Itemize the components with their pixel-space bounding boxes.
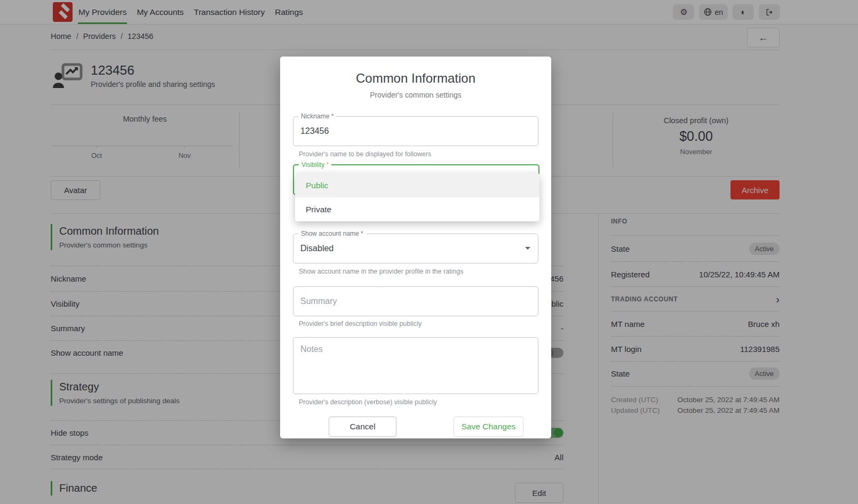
- menu-item-private[interactable]: Private: [295, 197, 539, 221]
- field-helper-text: Provider's brief description visible pub…: [299, 320, 422, 327]
- field-label: Visibility *: [299, 161, 331, 169]
- cancel-button[interactable]: Cancel: [329, 417, 396, 437]
- select-value: Disabled: [293, 234, 538, 263]
- field-helper-text: Show account name in the provider profil…: [299, 268, 464, 275]
- chevron-down-icon: [525, 247, 530, 250]
- menu-item-public[interactable]: Public: [295, 173, 539, 197]
- visibility-dropdown-menu: Public Private: [295, 173, 539, 221]
- dialog-title: Common Information: [280, 71, 551, 86]
- summary-input[interactable]: [293, 287, 538, 316]
- dialog-subtitle: Provider's common settings: [280, 91, 551, 99]
- notes-field: [293, 337, 538, 394]
- summary-field: [293, 286, 538, 316]
- common-information-dialog: Common Information Provider's common set…: [280, 57, 551, 438]
- field-helper-text: Provider's description (verbose) visible…: [299, 398, 437, 406]
- field-helper-text: Provider's name to be displayed for foll…: [299, 150, 431, 158]
- nickname-input[interactable]: [293, 117, 538, 146]
- field-label: Show account name *: [298, 230, 366, 237]
- save-changes-button[interactable]: Save Changes: [454, 417, 523, 437]
- show-account-name-select[interactable]: Show account name * Disabled: [293, 234, 538, 263]
- app-screen: My Providers My Accounts Transaction His…: [0, 0, 858, 504]
- field-label: Nickname *: [298, 113, 336, 120]
- nickname-field: Nickname *: [293, 116, 538, 146]
- notes-textarea[interactable]: [293, 338, 538, 394]
